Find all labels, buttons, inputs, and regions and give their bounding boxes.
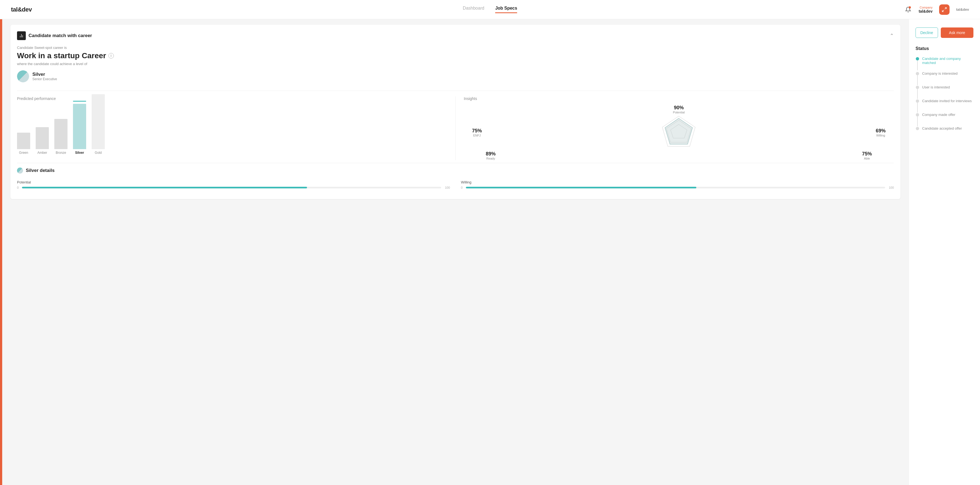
status-text: Candidate accepted offer bbox=[922, 126, 962, 137]
content-area: Candidate match with career ⌃ Candidate … bbox=[2, 19, 908, 485]
perf-section: Predicted performance GreenAmberBronzeSi… bbox=[17, 96, 455, 160]
notif-dot bbox=[908, 6, 911, 8]
bar-green bbox=[17, 132, 30, 149]
radar-percent-willing: 69% bbox=[876, 128, 886, 134]
progress-row-potential: 0 100 bbox=[17, 186, 450, 189]
status-dot-col bbox=[916, 126, 920, 130]
bar-label-gold: Gold bbox=[95, 151, 102, 155]
status-dot-col bbox=[916, 72, 920, 85]
insights-label: Insights bbox=[464, 96, 894, 101]
radar-percent-enfj: 75% bbox=[472, 128, 482, 134]
status-item: Candidate invited for interviews bbox=[916, 99, 974, 113]
collapse-button[interactable]: ⌃ bbox=[890, 33, 894, 39]
bar-chart: GreenAmberBronzeSilverGold bbox=[17, 105, 447, 155]
progress-min-willing: 0 bbox=[461, 186, 464, 189]
level-name: Silver bbox=[32, 72, 57, 77]
radar-percent-ready: 89% bbox=[486, 151, 496, 157]
status-text: Candidate and company matched bbox=[922, 57, 974, 72]
progress-item-willing: Willing 0 100 bbox=[461, 180, 894, 189]
status-connector-line bbox=[917, 89, 918, 99]
status-dot-col bbox=[916, 113, 920, 126]
level-row: Silver Senior Executive bbox=[17, 70, 894, 82]
status-item: Company is interested bbox=[916, 72, 974, 85]
radar-name-able: Able bbox=[862, 157, 872, 160]
svg-line-1 bbox=[942, 10, 944, 11]
level-avatar bbox=[17, 70, 29, 82]
logo: tal&dev bbox=[11, 6, 32, 13]
status-dot bbox=[916, 72, 919, 75]
status-dot bbox=[916, 99, 919, 103]
radar-name-willing: Willing bbox=[876, 134, 886, 137]
status-dot-col bbox=[916, 57, 920, 70]
radar-label-ready: 89% Ready bbox=[486, 151, 496, 160]
bar-group-bronze: Bronze bbox=[54, 119, 67, 155]
bar-label-green: Green bbox=[19, 151, 28, 155]
header-right: Company tal&dev tal&dev bbox=[904, 5, 969, 15]
radar-container: 90% Potential 75% ENFJ 69% Willing bbox=[464, 105, 894, 160]
card-header: Candidate match with career ⌃ bbox=[17, 31, 894, 40]
radar-label-potential: 90% Potential bbox=[673, 105, 685, 114]
header-company-text: tal&dev bbox=[956, 7, 969, 11]
perf-label: Predicted performance bbox=[17, 96, 447, 101]
info-icon[interactable]: i bbox=[108, 53, 114, 59]
progress-row-willing: 0 100 bbox=[461, 186, 894, 189]
progress-max-potential: 100 bbox=[443, 186, 450, 189]
header: tal&dev Dashboard Job Specs Company tal&… bbox=[0, 0, 980, 19]
notification-bell[interactable] bbox=[904, 6, 912, 13]
bar-bronze bbox=[54, 119, 67, 149]
status-list: Candidate and company matchedCompany is … bbox=[916, 57, 974, 137]
silver-icon bbox=[17, 168, 23, 174]
progress-max-willing: 100 bbox=[887, 186, 894, 189]
company-name: tal&dev bbox=[918, 9, 932, 13]
sweet-spot-label: Candidate Sweet-spot career is bbox=[17, 46, 894, 50]
card-icon bbox=[17, 31, 26, 40]
radar-label-enfj: 75% ENFJ bbox=[472, 128, 482, 137]
nav-job-specs[interactable]: Job Specs bbox=[495, 6, 517, 13]
level-sub: Senior Executive bbox=[32, 77, 57, 81]
progress-track-willing bbox=[466, 187, 885, 188]
avatar-button[interactable] bbox=[939, 5, 950, 15]
status-connector-line bbox=[917, 61, 918, 70]
bar-gold bbox=[92, 94, 105, 149]
company-info: Company tal&dev bbox=[918, 6, 932, 13]
radar-name-enfj: ENFJ bbox=[472, 134, 482, 137]
card-title: Candidate match with career bbox=[29, 33, 92, 38]
progress-item-potential: Potential 0 100 bbox=[17, 180, 450, 189]
status-connector-line bbox=[917, 116, 918, 126]
bar-group-green: Green bbox=[17, 132, 30, 155]
perf-insights-row: Predicted performance GreenAmberBronzeSi… bbox=[17, 91, 894, 160]
status-dot bbox=[916, 86, 919, 89]
status-text: Company made offer bbox=[922, 113, 955, 123]
achieve-label: where the candidate could achieve a leve… bbox=[17, 62, 894, 66]
status-item: Candidate accepted offer bbox=[916, 126, 974, 137]
main-layout: Candidate match with career ⌃ Candidate … bbox=[0, 19, 980, 485]
nav-dashboard[interactable]: Dashboard bbox=[463, 6, 484, 13]
insights-section: Insights 90% Potential 75% ENFJ bbox=[455, 96, 894, 160]
decline-button[interactable]: Decline bbox=[916, 27, 938, 38]
bar-label-amber: Amber bbox=[37, 151, 47, 155]
status-dot bbox=[916, 57, 919, 61]
status-dot bbox=[916, 113, 919, 116]
bar-silver bbox=[73, 104, 86, 149]
bar-active-line bbox=[73, 101, 86, 102]
status-connector-line bbox=[917, 103, 918, 113]
status-text: Candidate invited for interviews bbox=[922, 99, 972, 110]
status-dot-col bbox=[916, 99, 920, 113]
progress-label-potential: Potential bbox=[17, 180, 450, 184]
bar-label-silver: Silver bbox=[75, 151, 84, 155]
status-item: Company made offer bbox=[916, 113, 974, 126]
radar-label-willing: 69% Willing bbox=[876, 128, 886, 137]
bar-label-bronze: Bronze bbox=[56, 151, 66, 155]
bar-group-silver: Silver bbox=[73, 101, 86, 155]
level-info: Silver Senior Executive bbox=[32, 72, 57, 81]
status-title: Status bbox=[916, 46, 974, 51]
ask-more-button[interactable]: Ask more bbox=[941, 27, 974, 38]
bar-group-gold: Gold bbox=[92, 94, 105, 155]
bar-group-amber: Amber bbox=[36, 127, 49, 155]
progress-label-willing: Willing bbox=[461, 180, 894, 184]
svg-marker-8 bbox=[665, 118, 692, 144]
company-label: Company bbox=[920, 6, 932, 9]
progress-track-potential bbox=[22, 187, 441, 188]
status-connector-line bbox=[917, 75, 918, 85]
side-strip bbox=[0, 19, 2, 485]
